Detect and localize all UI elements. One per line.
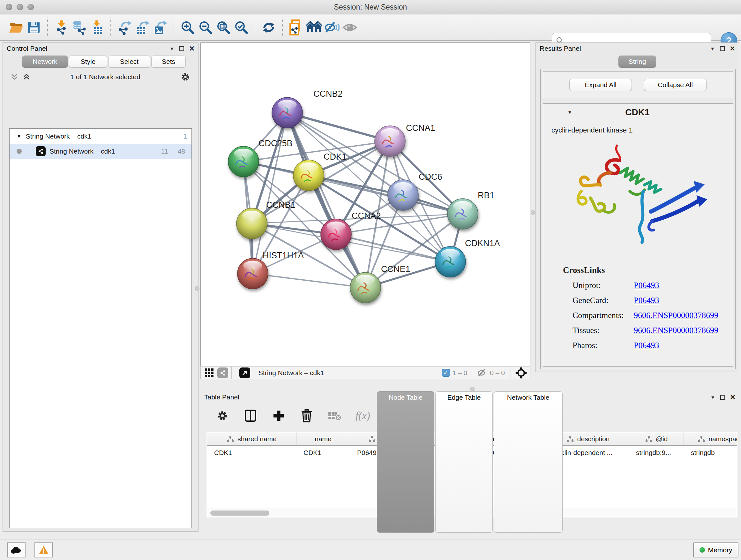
crosshair-icon[interactable]	[515, 367, 527, 379]
tab-edge-table[interactable]: Edge Table	[435, 391, 493, 533]
node-label-CCNB2: CCNB2	[313, 89, 343, 99]
toolbar-separator	[47, 17, 48, 37]
tab-string[interactable]: String	[618, 56, 656, 68]
import-network-button[interactable]	[52, 17, 70, 38]
crosslink-label: Tissues:	[572, 326, 634, 335]
crosslink-link[interactable]: 9606.ENSP00000378699	[634, 326, 718, 335]
left-splitter-handle[interactable]	[195, 286, 199, 291]
network-canvas[interactable]: CCNB2CCNA1CDC25BCDK1CDC6RB1CCNB1CCNA2CDK…	[200, 43, 530, 366]
warning-status-button[interactable]	[35, 543, 53, 557]
expander-icon[interactable]: ▼	[17, 133, 21, 139]
main-toolbar: ?	[0, 15, 741, 41]
node-RB1[interactable]: RB1	[448, 191, 495, 229]
crosslink-label: Compartments:	[572, 311, 634, 320]
tab-network-table[interactable]: Network Table	[494, 391, 562, 533]
right-splitter-handle[interactable]	[531, 210, 535, 214]
selected-checkbox[interactable]: ✓	[442, 369, 450, 377]
tab-node-table[interactable]: Node Table	[377, 391, 434, 533]
network-selection-status: 1 of 1 Network selected	[30, 73, 180, 81]
eye-button[interactable]	[341, 17, 359, 38]
open-session-button[interactable]	[7, 17, 25, 38]
zoom-in-button[interactable]	[179, 17, 197, 38]
tab-sets[interactable]: Sets	[151, 56, 186, 68]
crosslink-link[interactable]: P06493	[634, 281, 659, 290]
expand-all-icon[interactable]	[23, 73, 30, 81]
network-list: ▼ String Network – cdk1 1 String Network…	[9, 128, 192, 528]
cloud-status-button[interactable]	[7, 543, 25, 557]
export-network-button[interactable]	[116, 17, 133, 38]
string-network-graph[interactable]: CCNB2CCNA1CDC25BCDK1CDC6RB1CCNB1CCNA2CDK…	[201, 43, 530, 366]
hidden-eye-slash-icon	[476, 368, 487, 377]
memory-button[interactable]: Memory	[693, 543, 738, 557]
collapse-panel-icon[interactable]: ▼	[710, 46, 715, 51]
node-label-CCNB1: CCNB1	[266, 200, 295, 210]
tab-style[interactable]: Style	[69, 56, 107, 68]
save-session-button[interactable]	[25, 17, 43, 38]
crosslink-label: GeneCard:	[572, 296, 634, 305]
control-panel-title: Control Panel	[7, 45, 47, 52]
node-CCNA1[interactable]: CCNA1	[375, 123, 435, 157]
memory-status-dot	[699, 547, 705, 553]
crosslinks-heading: CrossLinks	[563, 265, 733, 275]
tab-select[interactable]: Select	[108, 56, 150, 68]
edge-HIST1H1A-CCNE1[interactable]	[253, 273, 365, 288]
toolbar-separator	[111, 17, 111, 37]
node-CCNB2[interactable]: CCNB2	[272, 89, 343, 128]
network-overview-toggle-button[interactable]	[217, 368, 228, 378]
zoom-selected-button[interactable]	[232, 17, 250, 38]
node-HIST1H1A[interactable]: HIST1H1A	[238, 251, 304, 289]
toolbar-separator	[174, 17, 174, 37]
network-selection-bar: 1 of 1 Network selected	[3, 70, 198, 84]
gene-section: ▼ CDK1 cyclin-dependent kinase 1	[543, 104, 733, 367]
detach-view-button[interactable]	[239, 368, 250, 378]
birds-eye-view-button[interactable]	[204, 368, 215, 378]
node-CDKN1A[interactable]: CDKN1A	[435, 239, 500, 277]
node-CCNB1[interactable]: CCNB1	[237, 200, 295, 239]
crosslink-row: Pharos:P06493	[572, 338, 733, 353]
node-CCNE1[interactable]: CCNE1	[350, 264, 410, 303]
zoom-out-button[interactable]	[197, 17, 214, 38]
tab-network[interactable]: Network	[22, 56, 68, 68]
toolbar-separator	[282, 17, 283, 37]
clone-network-button[interactable]	[287, 17, 305, 38]
node-label-RB1: RB1	[478, 191, 495, 200]
close-panel-icon[interactable]: ×	[730, 45, 735, 52]
selected-count: 1 – 0	[453, 369, 468, 377]
refresh-button[interactable]	[260, 17, 278, 38]
network-view-title: String Network – cdk1	[259, 369, 442, 377]
import-table-button[interactable]	[88, 17, 106, 38]
gene-header[interactable]: ▼ CDK1	[543, 104, 733, 121]
zoom-fit-button[interactable]	[214, 17, 232, 38]
close-panel-icon[interactable]: ×	[189, 45, 194, 52]
table-panel: Table Panel ▼ × f(x) shared namenamecano…	[200, 391, 739, 537]
crosslink-link[interactable]: P06493	[634, 296, 659, 305]
export-table-button[interactable]	[133, 17, 151, 38]
import-network-from-database-button[interactable]	[70, 17, 88, 38]
crosslink-link[interactable]: 9606.ENSP00000378699	[634, 311, 718, 320]
horizontal-splitter-handle[interactable]	[470, 387, 475, 391]
collapse-gene-icon[interactable]: ▼	[567, 110, 572, 115]
hide-unhide-button[interactable]	[323, 17, 341, 38]
export-image-button[interactable]	[151, 17, 169, 38]
crosslink-link[interactable]: P06493	[634, 341, 659, 350]
edge-count: 48	[178, 147, 185, 155]
gene-symbol: CDK1	[577, 107, 697, 118]
titlebar: Session: New Session	[0, 0, 741, 14]
collapse-panel-icon[interactable]: ▼	[170, 46, 174, 51]
collapse-all-icon[interactable]	[10, 73, 18, 81]
network-row[interactable]: String Network – cdk1 11 48	[10, 144, 192, 159]
home-networks-button[interactable]	[305, 17, 323, 38]
node-label-CCNA2: CCNA2	[352, 211, 381, 221]
edge-CCNB2-HIST1H1A[interactable]	[253, 113, 287, 273]
network-label: String Network – cdk1	[50, 147, 161, 155]
cloud-icon	[10, 546, 22, 554]
node-label-CCNE1: CCNE1	[381, 264, 410, 274]
edge-CCNB2-CCNE1[interactable]	[287, 113, 365, 288]
network-collection-row[interactable]: ▼ String Network – cdk1 1	[10, 129, 192, 144]
protein-structure-image	[543, 138, 733, 257]
expand-all-button[interactable]: Expand All	[569, 79, 632, 91]
collapse-all-button[interactable]: Collapse All	[644, 79, 706, 91]
float-panel-icon[interactable]	[720, 46, 725, 51]
gear-icon[interactable]	[180, 72, 191, 82]
float-panel-icon[interactable]	[179, 46, 184, 51]
